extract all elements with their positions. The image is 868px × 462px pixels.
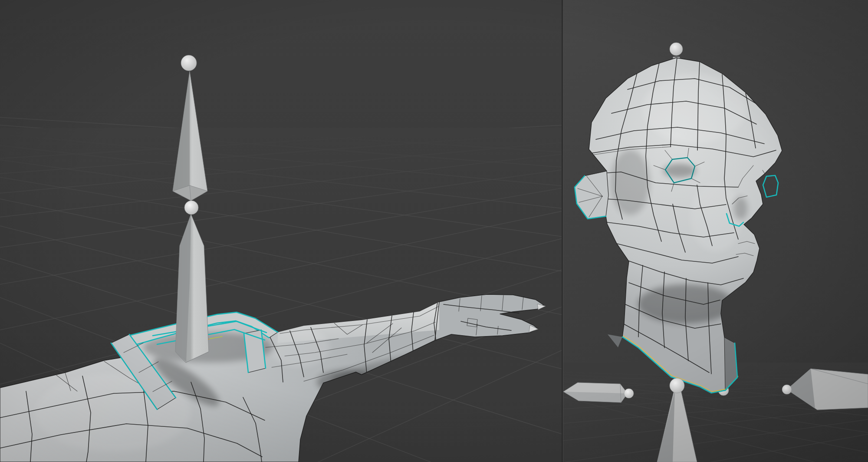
clavicle-joint-right	[782, 385, 792, 394]
bone-joint-mid[interactable]	[184, 201, 198, 214]
viewport-canvas	[0, 0, 868, 462]
grid-horizon-fade-left	[0, 128, 562, 215]
clavicle-joint-left	[624, 389, 634, 398]
neck-joint	[670, 378, 684, 393]
viewport-splitter[interactable]	[562, 0, 563, 462]
head-top-joint	[670, 43, 683, 56]
bone-joint-top[interactable]	[181, 55, 197, 71]
3d-viewport-split	[0, 0, 868, 462]
viewport-left[interactable]	[0, 0, 562, 462]
viewport-right[interactable]	[562, 0, 868, 462]
viewport-splitter-highlight	[563, 0, 563, 462]
